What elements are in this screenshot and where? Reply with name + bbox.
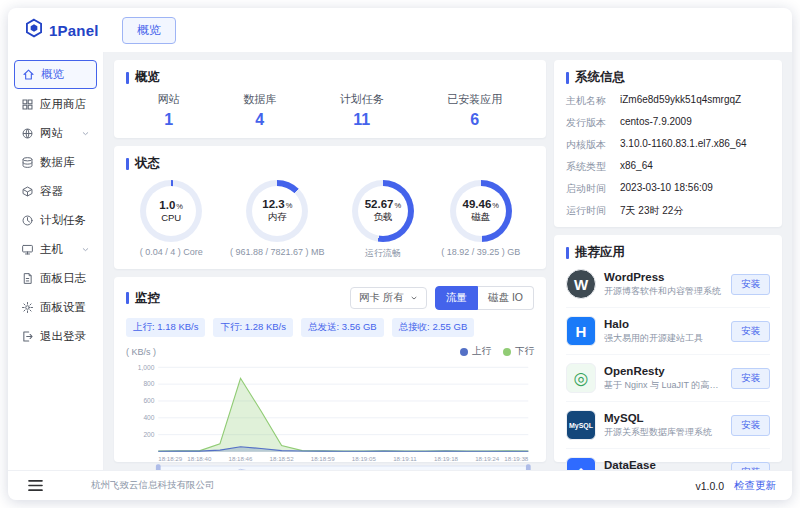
total-sent-chip: 总发送: 3.56 GB [301,318,384,337]
chevron-down-icon [410,292,418,304]
system-info-row: 系统类型x86_64 [566,160,770,174]
stat-installed-apps[interactable]: 已安装应用 6 [447,92,502,129]
stat-websites[interactable]: 网站 1 [158,92,180,129]
sidebar-item-settings[interactable]: 面板设置 [14,294,97,321]
container-icon [21,185,34,198]
app-row-dataease[interactable]: ◆ DataEase 人人可用的开源数据分析工具 安装 [566,449,770,470]
install-button[interactable]: 安装 [731,415,770,436]
gauge-memory: 12.3% 内存 ( 961.88 / 7821.67 ) MB [230,180,325,260]
monitor-icon [21,243,34,256]
overview-card: 概览 网站 1 数据库 4 计划任务 11 [114,60,546,138]
svg-text:18:19:05: 18:19:05 [352,456,377,462]
svg-text:18:19:24: 18:19:24 [475,456,500,462]
svg-text:18:18:40: 18:18:40 [187,456,212,462]
monitor-title: 监控 [126,290,160,307]
gauge-cpu: 1.0% CPU ( 0.04 / 4 ) Core [140,180,203,260]
system-info-title: 系统信息 [566,69,770,86]
install-button[interactable]: 安装 [731,368,770,389]
panel-logo-icon [24,18,44,42]
recommended-apps-card: 推荐应用 W WordPress 开源博客软件和内容管理系统 安装 H Halo [554,235,782,462]
svg-text:200: 200 [143,431,154,438]
load-donut-chart: 52.67% 负载 [352,180,414,242]
sidebar-item-website[interactable]: 网站 [14,120,97,147]
monitor-view-toggle: 流量 磁盘 IO [435,286,534,310]
dataease-icon: ◆ [566,457,596,470]
svg-text:1,000: 1,000 [138,364,155,371]
sidebar-item-logout[interactable]: 退出登录 [14,323,97,350]
system-info-row: 内核版本3.10.0-1160.83.1.el7.x86_64 [566,138,770,152]
app-row-halo[interactable]: H Halo 强大易用的开源建站工具 安装 [566,308,770,355]
traffic-chart[interactable]: 2004006008001,00018:18:2918:18:4018:18:4… [126,360,534,470]
clock-icon [21,214,34,227]
openresty-icon: ◎ [566,363,596,393]
globe-icon [21,127,34,140]
sidebar-item-appstore[interactable]: 应用商店 [14,91,97,118]
sidebar-item-logs[interactable]: 面板日志 [14,265,97,292]
footer: 杭州飞致云信息科技有限公司 v1.0.0 检查更新 [8,470,792,500]
appstore-icon [21,98,34,111]
status-card: 状态 1.0% CPU ( 0.04 / 4 ) Core [114,146,546,269]
recommended-title: 推荐应用 [566,244,770,261]
sidebar-item-container[interactable]: 容器 [14,178,97,205]
sidebar-item-database[interactable]: 数据库 [14,149,97,176]
app-window: 1Panel 概览 概览 应用商店 网站 数据库 [8,8,792,500]
svg-text:18:18:52: 18:18:52 [270,456,295,462]
halo-icon: H [566,316,596,346]
stat-databases[interactable]: 数据库 4 [243,92,276,129]
app-row-openresty[interactable]: ◎ OpenResty 基于 Nginx 与 LuaJIT 的高性能 Web 平… [566,355,770,402]
sidebar-item-host[interactable]: 主机 [14,236,97,263]
upload-rate-chip: 上行: 1.18 KB/s [126,318,205,337]
memory-donut-chart: 12.3% 内存 [246,180,308,242]
app-row-wordpress[interactable]: W WordPress 开源博客软件和内容管理系统 安装 [566,261,770,308]
brand-logo[interactable]: 1Panel [8,18,104,42]
uptime-value: 7天 23时 22分 [620,204,683,218]
install-button[interactable]: 安装 [731,462,770,471]
nic-select[interactable]: 网卡 所有 [350,287,427,309]
kernel-value: 3.10.0-1160.83.1.el7.x86_64 [620,138,747,152]
sidebar-item-cron[interactable]: 计划任务 [14,207,97,234]
svg-text:800: 800 [143,381,154,388]
sidebar-item-overview[interactable]: 概览 [14,60,97,89]
system-info-card: 系统信息 主机名称iZm6e8d59ykk51q4smrgqZ 发行版本cent… [554,60,782,227]
monitor-card: 监控 网卡 所有 流量 磁盘 IO [114,277,546,462]
tab-traffic[interactable]: 流量 [435,286,478,310]
system-info-row: 发行版本centos-7.9.2009 [566,116,770,130]
legend-download[interactable]: 下行 [503,345,534,358]
sidebar: 概览 应用商店 网站 数据库 容器 计划任务 [8,52,104,470]
app-row-mysql[interactable]: MySQL MySQL 开源关系型数据库管理系统 安装 [566,402,770,449]
wordpress-icon: W [566,269,596,299]
gauge-load: 52.67% 负载 运行流畅 [352,180,414,260]
svg-text:18:19:38: 18:19:38 [504,456,529,462]
brand-name: 1Panel [49,22,99,39]
chevron-down-icon [81,129,90,138]
cpu-donut-chart: 1.0% CPU [140,180,202,242]
svg-text:400: 400 [143,414,154,421]
legend-upload[interactable]: 上行 [460,345,491,358]
system-info-row: 主机名称iZm6e8d59ykk51q4smrgqZ [566,94,770,108]
gear-icon [21,301,34,314]
tab-disk-io[interactable]: 磁盘 IO [478,286,534,310]
gauge-disk: 49.46% 磁盘 ( 18.92 / 39.25 ) GB [441,180,520,260]
install-button[interactable]: 安装 [731,274,770,295]
check-update-link[interactable]: 检查更新 [734,479,776,493]
file-icon [21,272,34,285]
home-icon [22,68,35,81]
svg-text:18:18:59: 18:18:59 [311,456,336,462]
arch-value: x86_64 [620,160,653,174]
stat-cronjobs[interactable]: 计划任务 11 [340,92,384,129]
main-content: 概览 网站 1 数据库 4 计划任务 11 [104,52,792,470]
svg-text:18:19:18: 18:19:18 [434,456,459,462]
download-rate-chip: 下行: 1.28 KB/s [213,318,292,337]
top-bar: 1Panel 概览 [8,8,792,52]
hostname-value: iZm6e8d59ykk51q4smrgqZ [620,94,741,108]
chevron-down-icon [81,245,90,254]
overview-title: 概览 [126,69,534,86]
distro-value: centos-7.9.2009 [620,116,692,130]
install-button[interactable]: 安装 [731,321,770,342]
mysql-icon: MySQL [566,410,596,440]
system-info-row: 启动时间2023-03-10 18:56:09 [566,182,770,196]
svg-text:18:18:46: 18:18:46 [229,456,254,462]
tab-overview[interactable]: 概览 [122,17,176,44]
svg-text:18:18:29: 18:18:29 [158,456,183,462]
sidebar-collapse-button[interactable] [28,479,43,492]
